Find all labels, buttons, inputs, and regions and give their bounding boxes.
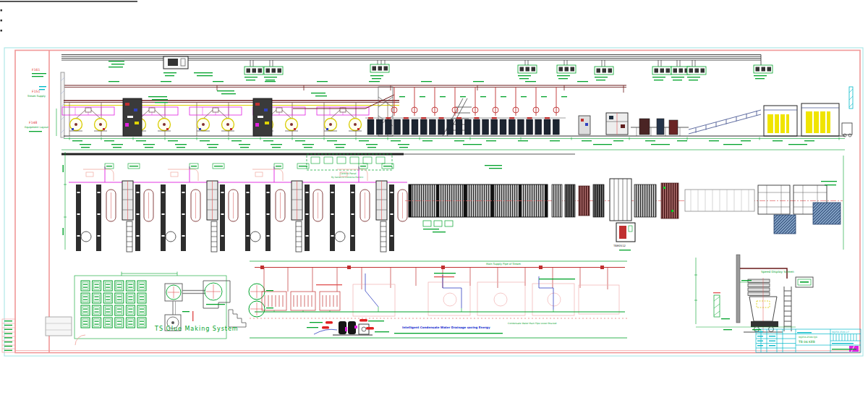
- drawing-model: WJ250-2500-5JG: [799, 336, 818, 339]
- steam-main-label: Main Supply Pipe of Steam: [486, 263, 522, 266]
- plan-view: Control Panel By Series to Combine Elect…: [61, 150, 845, 252]
- plan-detail-box: TBE0512: [613, 223, 635, 247]
- double-facer-units: [367, 117, 559, 135]
- cad-drawing-canvas[interactable]: F161 F151 F148 Steam Supply Equipment La…: [0, 0, 868, 403]
- glue-making-system: TS Glue Making System: [46, 272, 265, 346]
- stacker-elevation: [764, 87, 853, 137]
- power-busbar: [61, 55, 773, 75]
- elevation-view: [39, 72, 853, 140]
- section-label-steam-supply: Steam Supply: [27, 95, 46, 98]
- section-code-1: F161: [32, 68, 40, 72]
- control-panel-cluster: Control Panel By Series to Combine Elect…: [307, 154, 392, 179]
- section-code-2: F151: [32, 90, 40, 93]
- drawing-number: WJ250-2500-2-F: [832, 331, 849, 334]
- section-labels: F161 F151 F148 Steam Supply Equipment La…: [25, 68, 48, 129]
- condensate-bracket-label: Condensate Water Main Pipe Lower Bracket: [508, 322, 557, 325]
- speed-screen-label: Speed Display Screen: [761, 270, 794, 273]
- condensate-piping-diagram: Main Supply Pipe of Steam: [250, 261, 627, 338]
- control-panel-label: Control Panel: [340, 172, 357, 175]
- drawing-title: TB 06 KEB: [798, 340, 815, 344]
- section-label-equipment-layout: Equipment Layout: [25, 126, 48, 129]
- section-code-3: F148: [29, 121, 37, 124]
- condensate-recovery-unit: [322, 319, 374, 335]
- stacker-detail-view: Speed Display Screen: [694, 255, 813, 332]
- plan-box-code: TBE0512: [613, 244, 626, 247]
- drainage-system-title: Intelligent Condensate Water Drainage sa…: [402, 326, 490, 329]
- single-facer-block: [123, 98, 272, 136]
- glue-system-title: TS Glue Making System: [154, 326, 239, 332]
